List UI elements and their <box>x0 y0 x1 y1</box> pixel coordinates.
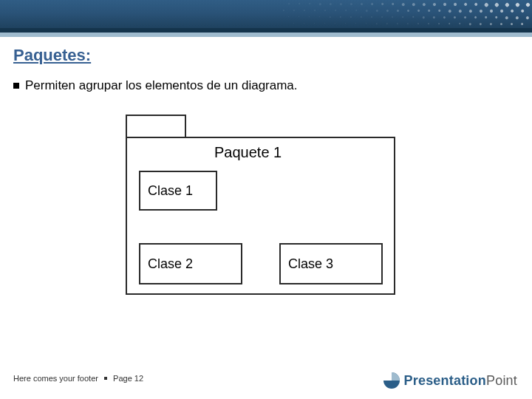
uml-package-diagram: Paquete 1 Clase 1 Clase 2 Clase 3 <box>126 115 406 321</box>
package-tab <box>126 115 186 138</box>
page-title: Paquetes: <box>13 46 91 65</box>
footer-separator-icon <box>104 377 107 380</box>
header-band <box>0 0 532 40</box>
class-box-1: Clase 1 <box>139 171 217 211</box>
logo-word-a: Presentation <box>404 373 486 388</box>
brand-logo: PresentationPoint <box>382 371 517 390</box>
logo-word-b: Point <box>486 373 517 388</box>
header-dot-pattern <box>281 0 532 28</box>
footer-page: Page 12 <box>113 374 143 383</box>
logo-text: PresentationPoint <box>404 373 517 389</box>
square-bullet-icon <box>13 83 19 89</box>
footer-left: Here comes your footer Page 12 <box>13 374 143 383</box>
class-box-2: Clase 2 <box>139 243 242 284</box>
bullet-text: Permiten agrupar los elementos de un dia… <box>25 78 298 93</box>
logo-mark-icon <box>382 371 401 390</box>
package-label: Paquete 1 <box>214 144 282 161</box>
bullet-row: Permiten agrupar los elementos de un dia… <box>13 78 519 93</box>
class-box-3: Clase 3 <box>279 243 383 284</box>
header-rail-light <box>0 33 532 37</box>
slide: Paquetes: Permiten agrupar los elementos… <box>0 0 532 399</box>
footer-text: Here comes your footer <box>13 374 98 383</box>
